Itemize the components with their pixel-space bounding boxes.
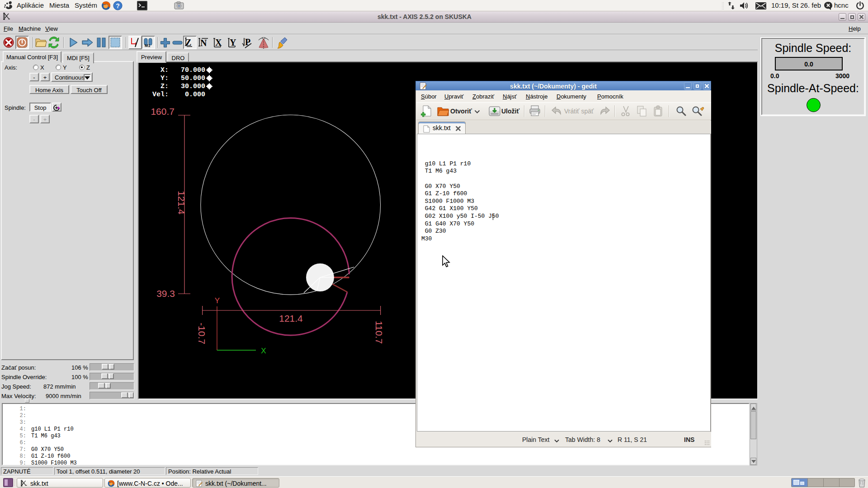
svg-text:121.4: 121.4 xyxy=(279,313,303,324)
svg-text:N: N xyxy=(200,38,207,48)
svg-text:-10.7: -10.7 xyxy=(197,323,207,344)
svg-text:121.4: 121.4 xyxy=(176,191,187,215)
svg-text:Y: Y xyxy=(215,296,220,305)
svg-text:110.7: 110.7 xyxy=(374,321,384,344)
svg-text:X: X xyxy=(261,347,266,355)
svg-text:?: ? xyxy=(116,2,120,9)
svg-text:39.3: 39.3 xyxy=(156,288,175,299)
svg-text:160.7: 160.7 xyxy=(151,106,175,117)
svg-text:M1: M1 xyxy=(145,43,151,47)
